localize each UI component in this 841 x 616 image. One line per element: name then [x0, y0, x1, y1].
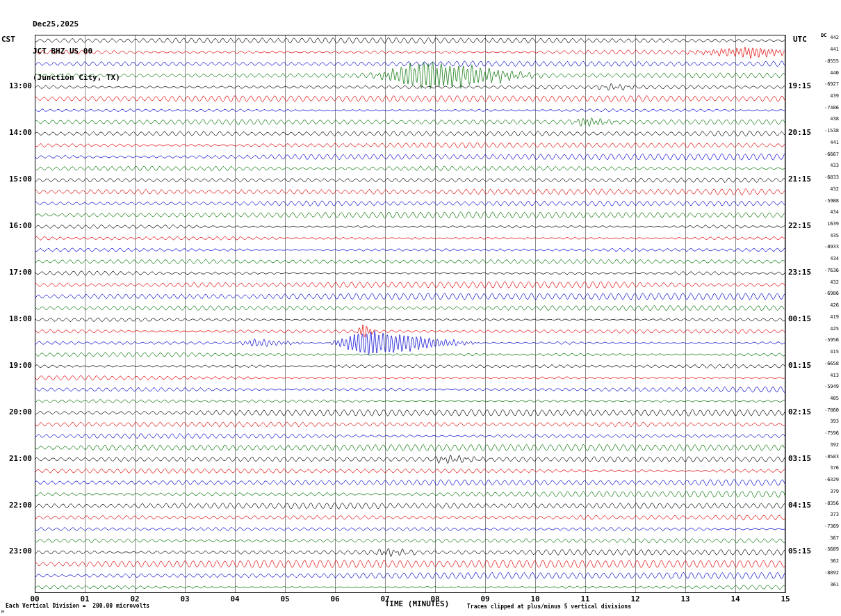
dc-offset-value: 432	[813, 186, 839, 192]
dc-offset-value: -7636	[813, 268, 839, 273]
right-axis-header: UTC	[793, 35, 807, 44]
x-tick-label: 11	[576, 594, 594, 603]
cst-hour-label: 21:00	[3, 454, 32, 463]
dc-offset-value: 413	[813, 373, 839, 378]
header: Dec25,2025 JCT BHZ US 00 (Junction City,…	[33, 3, 120, 100]
header-date: Dec25,2025	[33, 20, 120, 29]
dc-offset-value: -6667	[813, 152, 839, 157]
dc-offset-value: 1639	[813, 221, 839, 227]
dc-offset-value: 440	[813, 70, 839, 76]
dc-offset-value: 379	[813, 489, 839, 494]
dc-offset-value: 433	[813, 163, 839, 168]
dc-offset-value: -5609	[813, 546, 839, 552]
cst-hour-label: 15:00	[3, 175, 32, 184]
helicorder-canvas	[0, 0, 841, 616]
x-tick-label: 15	[776, 594, 794, 603]
x-tick-label: 05	[276, 594, 294, 603]
cst-hour-label: 22:00	[3, 501, 32, 510]
dc-offset-value: 361	[813, 582, 839, 587]
x-tick-label: 13	[676, 594, 694, 603]
footer-scale-note: Each Vertical Division = 200.00 microvol…	[6, 603, 149, 609]
dc-offset-value: 432	[813, 279, 839, 285]
footer-clip-note: Traces clipped at plus/minus 5 vertical …	[467, 603, 631, 610]
dc-offset-value: 392	[813, 442, 839, 448]
dc-offset-value: 405	[813, 396, 839, 401]
header-location: (Junction City, TX)	[33, 74, 120, 83]
dc-offset-value: -8356	[813, 501, 839, 506]
cst-hour-label: 17:00	[3, 268, 32, 277]
dc-offset-value: -7596	[813, 430, 839, 436]
header-station: JCT BHZ US 00	[33, 47, 120, 56]
dc-offset-value: 442	[813, 35, 839, 40]
dc-offset-value: -8555	[813, 58, 839, 64]
dc-offset-value: -5908	[813, 198, 839, 204]
x-tick-label: 03	[176, 594, 194, 603]
dc-offset-value: 441	[813, 47, 839, 52]
cst-hour-label: 16:00	[3, 221, 32, 230]
x-tick-label: 04	[226, 594, 244, 603]
dc-offset-value: 376	[813, 465, 839, 471]
dc-offset-value: 393	[813, 419, 839, 424]
dc-offset-value: -7486	[813, 105, 839, 111]
left-axis-header: CST	[1, 35, 15, 44]
dc-offset-value: -8892	[813, 570, 839, 576]
dc-offset-value: -6658	[813, 361, 839, 366]
dc-offset-value: 415	[813, 349, 839, 355]
cst-hour-label: 23:00	[3, 546, 32, 556]
dc-offset-value: -5949	[813, 384, 839, 389]
dc-offset-value: -5956	[813, 337, 839, 343]
dc-offset-value: -6927	[813, 81, 839, 87]
dc-offset-value: 419	[813, 314, 839, 320]
dc-offset-value: 441	[813, 140, 839, 145]
cst-hour-label: 20:00	[3, 407, 32, 416]
dc-offset-value: 438	[813, 116, 839, 122]
cst-hour-label: 19:00	[3, 361, 32, 370]
dc-offset-value: 435	[813, 233, 839, 238]
dc-offset-value: 373	[813, 512, 839, 517]
dc-offset-value: 434	[813, 256, 839, 261]
x-tick-label: 14	[726, 594, 744, 603]
dc-offset-value: -6329	[813, 477, 839, 483]
dc-offset-value: 425	[813, 326, 839, 332]
dc-offset-value: 426	[813, 302, 839, 308]
dc-offset-value: -8583	[813, 454, 839, 460]
corner-mark: M	[1, 610, 4, 615]
dc-offset-value: -8933	[813, 244, 839, 250]
dc-offset-value: -7369	[813, 524, 839, 529]
x-tick-label: 10	[526, 594, 544, 603]
dc-offset-value: -6833	[813, 175, 839, 180]
dc-offset-value: 367	[813, 535, 839, 541]
cst-hour-label: 18:00	[3, 314, 32, 323]
dc-offset-value: 434	[813, 209, 839, 215]
x-tick-label: 12	[626, 594, 644, 603]
helicorder-app: Dec25,2025 JCT BHZ US 00 (Junction City,…	[0, 0, 841, 616]
dc-offset-value: -7860	[813, 407, 839, 413]
dc-offset-value: -6986	[813, 291, 839, 296]
dc-offset-value: -1538	[813, 128, 839, 133]
dc-offset-value: 439	[813, 93, 839, 99]
cst-hour-label: 14:00	[3, 128, 32, 137]
dc-offset-value: 362	[813, 558, 839, 564]
cst-hour-label: 13:00	[3, 81, 32, 90]
